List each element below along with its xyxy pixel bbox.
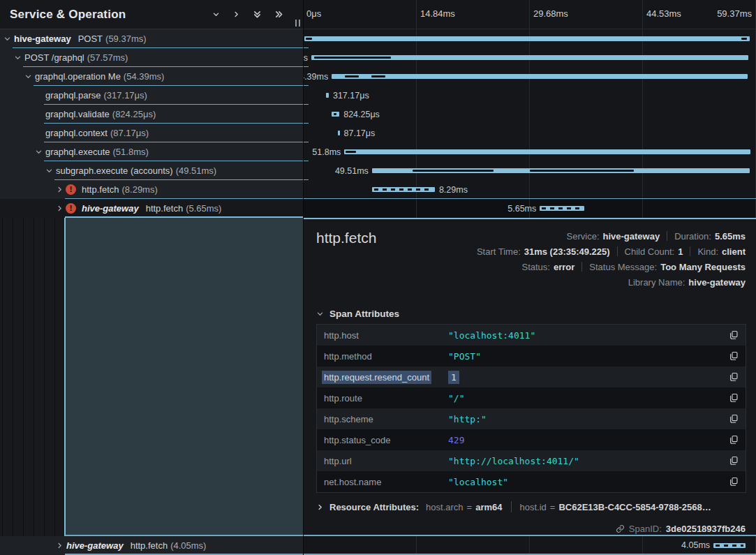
copy-icon[interactable] <box>729 414 739 424</box>
attribute-key[interactable]: http.url <box>324 456 448 466</box>
timeline-tick-label: 59.37ms <box>717 8 752 19</box>
span-tree-row[interactable]: POST /graphql(57.57ms) <box>0 48 303 67</box>
span-tree-row[interactable]: !hive-gatewayhttp.fetch(5.65ms) <box>0 199 303 218</box>
meta-value: hive-gateway <box>688 277 746 288</box>
attribute-key[interactable]: http.method <box>324 351 448 362</box>
span-attributes-header[interactable]: Span Attributes <box>316 309 399 319</box>
span-tree-row[interactable]: graphql.context(87.17μs) <box>0 124 303 142</box>
panel-resize-handle[interactable] <box>295 20 300 27</box>
collapse-children-icon[interactable] <box>232 10 240 18</box>
attribute-key[interactable]: net.host.name <box>324 477 448 487</box>
span-bar[interactable] <box>338 131 339 135</box>
timeline-span-row[interactable]: 57.57ms <box>304 48 756 67</box>
resource-key: host.arch <box>426 502 463 512</box>
span-duration: (317.17μs) <box>104 90 147 101</box>
span-tree-row[interactable]: graphql.operation Me(54.39ms) <box>0 67 303 86</box>
chevron-down-icon[interactable] <box>34 148 43 156</box>
copy-icon[interactable] <box>729 393 739 403</box>
copy-icon[interactable] <box>729 351 739 361</box>
indent-guide <box>44 218 45 536</box>
chevron-down-icon[interactable] <box>3 35 12 43</box>
copy-icon[interactable] <box>729 330 739 340</box>
timeline-span-row[interactable]: 51.8ms <box>304 142 756 161</box>
attribute-value[interactable]: "http:" <box>448 414 729 424</box>
resource-key: host.id <box>520 502 547 512</box>
timeline-span-row[interactable]: 59.37ms <box>304 29 756 48</box>
timeline-span-row[interactable]: 8.29ms <box>304 180 756 199</box>
span-id-label: SpanID: <box>629 524 662 534</box>
span-duration: (4.05ms) <box>170 540 206 551</box>
chevron-right-icon[interactable] <box>55 542 64 549</box>
attribute-value[interactable]: "/" <box>448 393 729 404</box>
timeline-span-row[interactable]: 317.17μs <box>304 86 756 105</box>
collapse-all-icon[interactable] <box>274 10 283 19</box>
copy-icon[interactable] <box>729 435 739 445</box>
expand-children-icon[interactable] <box>212 10 220 18</box>
chevron-down-icon[interactable] <box>45 167 54 175</box>
meta-value: 31ms (23:35:49.225) <box>524 246 610 257</box>
attribute-value[interactable]: 1 <box>448 372 729 383</box>
span-id-value: 3de02518937fb246 <box>666 524 746 534</box>
timeline-span-row[interactable]: 824.25μs <box>304 105 756 124</box>
indent-guide <box>23 218 24 536</box>
resource-attributes-row[interactable]: Resource Attributes: host.arch=arm64host… <box>316 501 711 512</box>
attribute-value[interactable]: 429 <box>448 435 729 445</box>
span-duration-label: 51.8ms <box>312 147 341 157</box>
attribute-value[interactable]: "localhost" <box>448 477 729 487</box>
attribute-key[interactable]: http.status_code <box>324 435 448 445</box>
span-bar[interactable] <box>332 74 748 79</box>
span-meta-line: Service:hive-gatewayDuration:5.65ms <box>477 228 746 244</box>
timeline-bottom-row: 4.05ms <box>304 536 756 555</box>
span-tree-row[interactable]: !http.fetch(8.29ms) <box>0 180 303 199</box>
span-tree-row[interactable]: subgraph.execute (accounts)(49.51ms) <box>0 161 303 180</box>
span-tree-row[interactable]: hive-gatewayhttp.fetch(4.05ms) <box>0 536 303 555</box>
span-duration: (51.8ms) <box>113 147 149 157</box>
timeline-span-row[interactable]: 5.65ms <box>304 199 756 218</box>
chevron-down-icon[interactable] <box>13 54 22 61</box>
span-bar[interactable] <box>326 93 329 98</box>
meta-value: Too Many Requests <box>660 262 746 272</box>
meta-value: 5.65ms <box>715 231 746 242</box>
link-icon[interactable] <box>616 524 625 533</box>
chevron-down-icon[interactable] <box>24 73 33 80</box>
timeline-span-row[interactable]: 49.51ms <box>304 161 756 180</box>
chevron-right-icon[interactable] <box>55 186 64 193</box>
timeline-span-row[interactable]: 4.05ms <box>304 536 756 554</box>
span-meta-line: Library Name:hive-gateway <box>477 274 746 290</box>
attribute-key[interactable]: http.route <box>324 393 448 404</box>
span-tree-row[interactable]: hive-gatewayPOST(59.37ms) <box>0 29 303 48</box>
timeline-span-row[interactable]: 87.17μs <box>304 124 756 142</box>
span-duration-label: 57.57ms <box>304 53 308 63</box>
attribute-key[interactable]: http.host <box>324 330 448 341</box>
span-duration-label: 8.29ms <box>439 185 468 195</box>
copy-icon[interactable] <box>729 372 739 382</box>
attribute-key[interactable]: http.request.resend_count <box>324 372 448 383</box>
span-bar[interactable] <box>344 149 750 154</box>
attribute-key-selected: http.request.resend_count <box>322 371 431 384</box>
service-operation-panel: Service & Operation hive-gatewayPOST(59.… <box>0 0 303 555</box>
attribute-value[interactable]: "http://localhost:4011/" <box>448 456 729 466</box>
copy-icon[interactable] <box>729 456 739 466</box>
span-tree-row[interactable]: graphql.parse(317.17μs) <box>0 86 303 105</box>
span-bar[interactable] <box>372 187 435 192</box>
span-tree-row[interactable]: graphql.execute(51.8ms) <box>0 142 303 161</box>
span-bar[interactable] <box>713 543 746 548</box>
error-icon: ! <box>66 203 76 214</box>
attribute-value[interactable]: "localhost:4011" <box>448 330 729 341</box>
indent-guide <box>13 218 13 536</box>
expand-all-icon[interactable] <box>253 10 262 19</box>
timeline-span-row[interactable]: 54.39ms <box>304 67 756 86</box>
span-bar[interactable] <box>304 36 750 41</box>
attribute-value[interactable]: "POST" <box>448 351 729 362</box>
trace-viewer: Service & Operation hive-gatewayPOST(59.… <box>0 0 756 555</box>
span-bar-mark <box>345 75 359 77</box>
span-bar-mark <box>371 75 385 77</box>
attribute-key[interactable]: http.scheme <box>324 414 448 424</box>
copy-icon[interactable] <box>729 477 739 487</box>
panel-divider[interactable] <box>303 0 304 555</box>
span-bar[interactable] <box>540 206 584 211</box>
indent-guide <box>34 218 34 536</box>
attribute-row: http.scheme"http:" <box>317 408 746 429</box>
chevron-right-icon[interactable] <box>55 205 64 212</box>
span-tree-row[interactable]: graphql.validate(824.25μs) <box>0 105 303 124</box>
